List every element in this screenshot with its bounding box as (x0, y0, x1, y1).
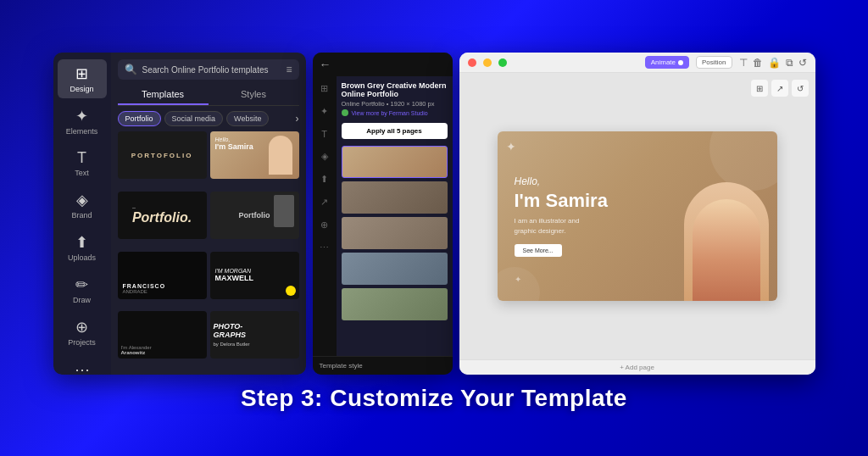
sidebar-item-draw[interactable]: ✏ Draw (58, 270, 107, 309)
preview-cta-button[interactable]: See More... (515, 244, 562, 257)
sidebar-item-brand[interactable]: ◈ Brand (58, 186, 107, 225)
sidebar-label-draw: Draw (73, 296, 91, 304)
page-thumb-4[interactable] (342, 253, 448, 285)
sidebar-item-uploads[interactable]: ⬆ Uploads (58, 228, 107, 267)
chevron-right-icon[interactable]: › (296, 113, 299, 125)
preview-arch (684, 182, 769, 301)
template-thumb-4[interactable]: Portfolio (210, 192, 299, 239)
author-dot (342, 109, 348, 116)
lock-icon: 🔒 (768, 57, 781, 69)
page-thumbs (342, 146, 448, 320)
sidebar-item-apps[interactable]: ⋯ (58, 355, 107, 375)
trash-icon[interactable]: 🗑 (753, 57, 763, 69)
template-thumb-8[interactable]: PHOTO-GRAPHS by Delora Butler (210, 311, 299, 359)
copy-icon[interactable]: ⧉ (786, 57, 793, 69)
page-title: Step 3: Customize Your Template (241, 385, 627, 412)
filter-social[interactable]: Social media (164, 111, 224, 126)
canvas-ctrl-1[interactable]: ⊞ (751, 80, 768, 97)
sidebar-label-text: Text (75, 169, 89, 177)
refresh-icon[interactable]: ↺ (798, 57, 807, 69)
window-close-dot[interactable] (468, 58, 476, 67)
portfolio-preview: ✦ Hello, I'm Samira I am an illustrator … (498, 131, 777, 301)
template-thumb-7[interactable]: I'm Alexander Aranowitz (118, 311, 207, 359)
filter-icon-top[interactable]: ⊤ (739, 57, 748, 69)
template-style-label: Template style (313, 356, 453, 375)
preview-right (667, 131, 777, 301)
page-thumb-1[interactable] (342, 146, 448, 178)
animate-button[interactable]: Animate (645, 56, 689, 69)
canvas-ctrl-2[interactable]: ↗ (771, 80, 788, 97)
projects-icon: ⊕ (75, 318, 88, 336)
add-page-label[interactable]: + Add page (620, 364, 654, 371)
apply-all-button[interactable]: Apply all 5 pages (342, 123, 448, 139)
sidebar-label-uploads: Uploads (68, 253, 96, 262)
sidebar-item-projects[interactable]: ⊕ Projects (58, 313, 107, 352)
window-minimize-dot[interactable] (483, 58, 492, 67)
template-thumb-2[interactable]: Hello, I'm Samira (210, 131, 299, 179)
search-input[interactable]: Search Online Portfolio templates (142, 65, 281, 75)
page-thumb-3[interactable] (342, 217, 448, 249)
position-button[interactable]: Position (696, 56, 732, 69)
page-thumb-2[interactable] (342, 181, 448, 214)
apps-icon: ⋯ (75, 360, 90, 375)
canvas-controls: ⊞ ↗ ↺ (751, 80, 809, 97)
template-grid: PORTOFOLIO Hello, I'm Samira – Portfolio… (111, 131, 306, 375)
draw-icon: ✏ (75, 275, 88, 294)
mini-elements-icon[interactable]: ✦ (320, 106, 328, 117)
template-detail-author: View more by Ferman Studio (342, 109, 448, 116)
elements-icon: ✦ (75, 107, 88, 125)
filter-icon[interactable]: ≡ (286, 64, 292, 75)
page-thumb-5[interactable] (342, 288, 448, 320)
add-page-bar: + Add page (459, 359, 815, 375)
template-thumb-1[interactable]: PORTOFOLIO (118, 131, 207, 179)
mini-brand-icon[interactable]: ◈ (321, 151, 328, 162)
sidebar-label-design: Design (70, 85, 93, 93)
preview-name: I'm Samira (515, 191, 650, 211)
mini-text-icon[interactable]: T (321, 129, 327, 139)
person-photo (684, 182, 769, 301)
preview-hello: Hello, (515, 175, 650, 187)
filter-website[interactable]: Website (226, 111, 269, 126)
tabs-row: Templates Styles (118, 85, 299, 106)
sparkle-icon-2: ✦ (515, 275, 521, 284)
sparkle-icon-1: ✦ (506, 140, 516, 153)
middle-content-wrapper: ⊞ ✦ T ◈ ⬆ ↗ ⊕ ⋯ Brown Grey Creative Mode… (313, 76, 453, 356)
sidebar-label-projects: Projects (68, 338, 96, 347)
template-thumb-3[interactable]: – Portfolio. (118, 192, 207, 239)
back-button[interactable]: ← (320, 58, 331, 71)
sidebar-item-design[interactable]: ⊞ Design (58, 59, 107, 98)
window-maximize-dot[interactable] (498, 58, 507, 67)
filter-buttons: Portfolio Social media Website › (111, 111, 306, 131)
template-thumb-6[interactable]: I'M MORGAN MAXWELL (210, 252, 299, 299)
middle-main: Brown Grey Creative Modern Online Portfo… (337, 76, 453, 356)
middle-panel: ← ⊞ ✦ T ◈ ⬆ ↗ ⊕ ⋯ Brown Grey Creative Mo… (313, 53, 453, 375)
position-label: Position (702, 58, 726, 66)
left-panel: ⊞ Design ✦ Elements T Text ◈ Brand ⬆ Upl… (53, 53, 306, 375)
right-topbar: Animate Position ⊤ 🗑 🔒 ⧉ ↺ (459, 53, 815, 73)
templates-panel: 🔍 Search Online Portfolio templates ≡ Te… (111, 53, 306, 375)
canvas-ctrl-3[interactable]: ↺ (792, 80, 809, 97)
template-detail-subtitle: Online Portfolio • 1920 × 1080 px (342, 100, 448, 108)
uploads-icon: ⬆ (75, 233, 88, 252)
mini-design-icon[interactable]: ⊞ (320, 83, 328, 94)
mini-share-icon[interactable]: ↗ (320, 197, 328, 208)
sidebar-label-brand: Brand (71, 211, 92, 220)
mini-projects-icon[interactable]: ⊕ (320, 220, 328, 231)
text-icon: T (77, 149, 86, 167)
tab-styles[interactable]: Styles (209, 85, 299, 105)
template-thumb-5[interactable]: FRANCISCO ANDRADE (118, 252, 207, 299)
mini-apps-icon[interactable]: ⋯ (320, 242, 329, 253)
canvas-area[interactable]: ✦ Hello, I'm Samira I am an illustrator … (459, 73, 815, 359)
sidebar-item-text[interactable]: T Text (58, 144, 107, 182)
template-detail-title: Brown Grey Creative Modern Online Portfo… (342, 81, 448, 98)
tab-templates[interactable]: Templates (118, 85, 209, 105)
preview-description: I am an illustrator andgraphic designer. (515, 216, 650, 235)
author-link[interactable]: View more by Ferman Studio (352, 110, 428, 116)
sidebar-item-elements[interactable]: ✦ Elements (58, 102, 107, 141)
search-bar: 🔍 Search Online Portfolio templates ≡ (118, 59, 299, 80)
brand-icon: ◈ (76, 191, 88, 209)
mini-uploads-icon[interactable]: ⬆ (320, 174, 328, 185)
design-icon: ⊞ (75, 64, 88, 83)
filter-portfolio[interactable]: Portfolio (118, 111, 161, 126)
main-container: ⊞ Design ✦ Elements T Text ◈ Brand ⬆ Upl… (53, 53, 815, 375)
